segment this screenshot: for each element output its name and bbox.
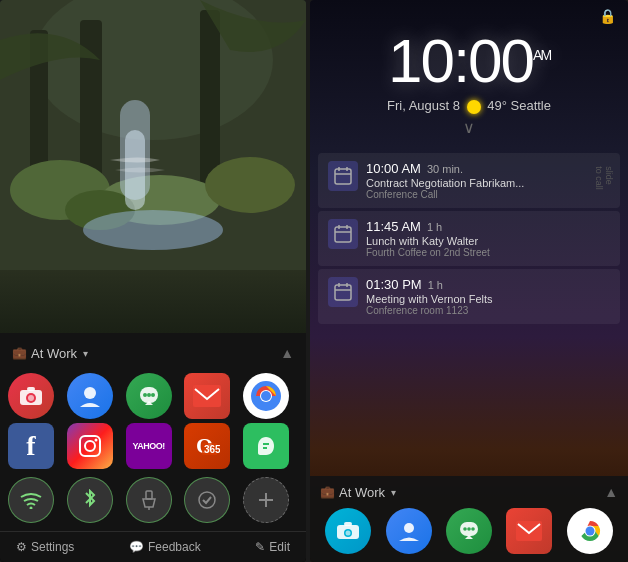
app-icon-yahoo[interactable]: YAHOO! [126,423,172,469]
temperature: 49° [487,98,507,113]
edit-label: Edit [269,540,290,554]
svg-rect-54 [344,522,352,526]
tray-title-area[interactable]: 💼 At Work ▾ [12,346,88,361]
notifications-area: 10:00 AM 30 min. Contract Negotiation Fa… [310,147,628,476]
settings-button[interactable]: ⚙ Settings [16,540,74,554]
svg-point-20 [147,393,151,397]
svg-rect-16 [27,387,35,391]
briefcase-icon: 💼 [12,346,27,360]
bottom-tray-header: 💼 At Work ▾ ▲ [310,482,628,506]
svg-rect-60 [516,521,542,541]
tray-dropdown-icon: ▾ [83,348,88,359]
tray-chevron-icon[interactable]: ▲ [280,345,294,361]
bottom-app-contacts[interactable] [386,508,432,554]
svg-point-53 [346,531,351,536]
tray-title: At Work [31,346,77,361]
edit-button[interactable]: ✎ Edit [255,540,290,554]
app-icon-chrome[interactable] [243,373,289,419]
notif-time-3: 01:30 PM [366,277,422,292]
notification-card-3[interactable]: 01:30 PM 1 h Meeting with Vernon Felts C… [318,269,620,324]
svg-rect-12 [0,0,306,270]
tray-footer: ⚙ Settings 💬 Feedback ✎ Edit [0,531,306,562]
notification-card-2[interactable]: 11:45 AM 1 h Lunch with Katy Walter Four… [318,211,620,266]
svg-point-19 [143,393,147,397]
notif-title-3: Meeting with Vernon Felts [366,293,610,305]
notif-time-2: 11:45 AM [366,219,421,234]
edit-icon: ✎ [255,540,265,554]
bottom-app-hangouts[interactable] [446,508,492,554]
bottom-tray-title: At Work [339,485,385,500]
tray-header: 💼 At Work ▾ ▲ [0,341,306,369]
svg-point-28 [85,441,95,451]
bottom-app-gmail[interactable] [506,508,552,554]
svg-point-26 [261,391,271,401]
date-text: Fri, August 8 [387,98,460,113]
quick-toggles [0,473,306,531]
svg-point-59 [471,527,475,531]
bottom-dropdown-icon: ▾ [391,487,396,498]
svg-point-29 [94,439,97,442]
feedback-icon: 💬 [129,540,144,554]
app-icon-hangouts[interactable] [126,373,172,419]
svg-point-58 [467,527,471,531]
svg-point-33 [30,507,33,510]
svg-point-15 [28,395,34,401]
toggle-wifi[interactable] [8,477,54,523]
notif-title-2: Lunch with Katy Walter [366,235,610,247]
city: Seattle [511,98,551,113]
svg-rect-43 [335,227,351,242]
notif-content-2: 11:45 AM 1 h Lunch with Katy Walter Four… [366,219,610,258]
date-display: Fri, August 8 49° Seattle [330,98,608,114]
bottom-app-chrome[interactable] [567,508,613,554]
toggle-add[interactable] [243,477,289,523]
notif-time-1: 10:00 AM [366,161,421,176]
notif-duration-3: 1 h [428,279,443,291]
svg-point-63 [585,527,594,536]
bottom-tray-title-area[interactable]: 💼 At Work ▾ [320,485,396,500]
toggle-bluetooth[interactable] [67,477,113,523]
app-icon-instagram[interactable] [67,423,113,469]
right-panel: 🔒 10:00AM Fri, August 8 49° Seattle ∨ 10… [310,0,628,562]
notif-sub-1: Conference Call [366,189,610,200]
weather-sun-icon [467,100,481,114]
launcher-tray: 💼 At Work ▾ ▲ [0,333,306,562]
app-icon-contacts[interactable] [67,373,113,419]
notif-time-line-3: 01:30 PM 1 h [366,277,610,292]
notif-sub-3: Conference room 1123 [366,305,610,316]
bottom-chevron-icon[interactable]: ▲ [604,484,618,500]
svg-text:365: 365 [204,444,220,455]
app-grid: f YAHOO! O365 [0,369,306,473]
bottom-launcher: 💼 At Work ▾ ▲ [310,476,628,562]
slide-to-call[interactable]: slide to call [594,166,614,194]
svg-point-21 [151,393,155,397]
app-icon-office[interactable]: O365 [184,423,230,469]
notif-content-3: 01:30 PM 1 h Meeting with Vernon Felts C… [366,277,610,316]
wallpaper [0,0,306,333]
app-icon-evernote[interactable] [243,423,289,469]
svg-rect-39 [335,169,351,184]
app-icon-gmail[interactable] [184,373,230,419]
bottom-app-row [310,506,628,562]
notif-time-line-1: 10:00 AM 30 min. [366,161,610,176]
feedback-button[interactable]: 💬 Feedback [129,540,201,554]
time-value: 10:00 [388,26,533,95]
app-icon-camera[interactable] [8,373,54,419]
bottom-app-camera[interactable] [325,508,371,554]
notif-calendar-icon-1 [328,161,358,191]
svg-point-36 [199,492,215,508]
settings-icon: ⚙ [16,540,27,554]
notif-calendar-icon-2 [328,219,358,249]
swipe-hint[interactable]: ∨ [330,118,608,137]
notif-duration-2: 1 h [427,221,442,233]
bottom-briefcase-icon: 💼 [320,485,335,499]
toggle-flashlight[interactable] [126,477,172,523]
app-icon-facebook[interactable]: f [8,423,54,469]
feedback-label: Feedback [148,540,201,554]
time-display: 10:00AM [330,30,608,92]
toggle-tasker[interactable] [184,477,230,523]
svg-point-57 [463,527,467,531]
notif-title-1: Contract Negotiation Fabrikam... [366,177,610,189]
svg-rect-34 [146,491,152,499]
notif-duration-1: 30 min. [427,163,463,175]
notification-card-1[interactable]: 10:00 AM 30 min. Contract Negotiation Fa… [318,153,620,208]
